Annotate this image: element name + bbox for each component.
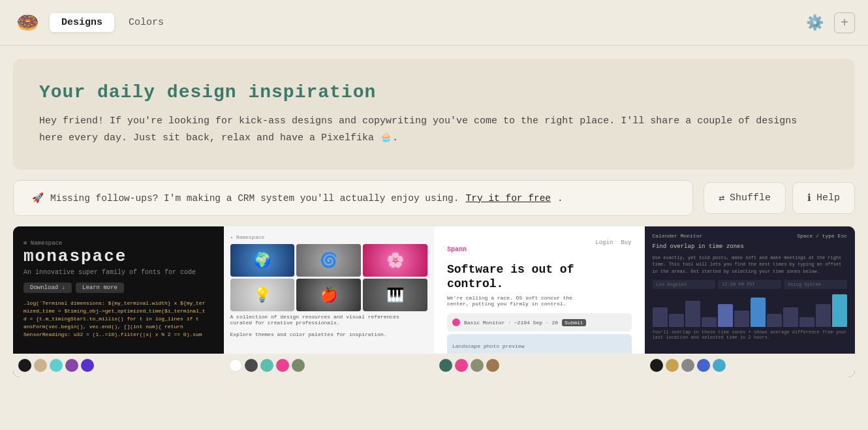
swatch[interactable] [486,359,499,372]
card3-nav: Login Buy [595,239,631,246]
nav-tabs: Designs Colors [50,13,176,32]
card-monaspace[interactable]: ⊕ Namespace monaspace An innovative supe… [13,226,224,377]
swatch[interactable] [34,359,47,372]
card4-swatches [645,354,856,377]
swatch[interactable] [245,359,258,372]
swatch[interactable] [81,359,94,372]
card4-header: Calender Monitor Space / type Esc [653,233,848,239]
swatch[interactable] [18,359,31,372]
swatch[interactable] [471,359,484,372]
card2-description: A collection of design resources and vis… [230,314,428,337]
card1-learn[interactable]: Learn more [76,283,124,293]
card3-swatches [434,354,645,377]
swatch[interactable] [681,359,694,372]
swatch[interactable] [697,359,710,372]
swatch[interactable] [276,359,289,372]
card1-title: monaspace [23,247,213,266]
card2-images: 🌍 🌀 🌸 💡 🍎 🎹 [230,244,428,311]
header-actions: ⚙️ + [803,11,855,35]
banner-text: Missing follow-ups? I'm making a CRM sys… [50,193,459,204]
help-icon: ℹ [807,192,811,204]
image-apple: 🍎 [296,279,361,311]
swatch[interactable] [650,359,663,372]
cards-grid: ⊕ Namespace monaspace An innovative supe… [13,226,855,377]
card-spann[interactable]: Spann Login Buy Software is out of contr… [434,226,645,377]
image-earth: 🌍 [230,244,295,277]
banner: 🚀 Missing follow-ups? I'm making a CRM s… [13,180,855,216]
settings-icon: ⚙️ [806,14,824,31]
card3-image-preview: Landscape photo preview [447,334,632,354]
image-light: 💡 [230,279,295,311]
swatch[interactable] [439,359,452,372]
swatch[interactable] [713,359,726,372]
swatch[interactable] [65,359,78,372]
image-spiral: 🌀 [296,244,361,277]
tab-colors[interactable]: Colors [117,13,176,32]
image-piano: 🎹 [363,279,427,311]
card3-screenshot: Spann Login Buy Software is out of contr… [434,226,645,354]
add-button[interactable]: + [834,12,855,33]
image-pink: 🌸 [363,244,427,277]
card4-body: Find overlap in time zones Use exactly, … [653,243,848,275]
banner-suffix: . [557,193,563,204]
card3-headline: Software is out of control. [447,263,591,291]
plus-icon: + [841,15,848,30]
swatch[interactable] [229,359,242,372]
shuffle-icon: ⇄ [719,192,724,204]
card3-preview: Basic Monitor · ~2194 Sep · 20 Submit [447,313,632,331]
swatch[interactable] [666,359,679,372]
card1-subtitle: An innovative super family of fonts for … [23,269,213,276]
help-button[interactable]: ℹ Help [792,182,855,214]
card3-subtext: We're calling a race. OS soft concur the… [447,295,591,307]
logo[interactable]: 🍩 [13,8,42,37]
swatch[interactable] [455,359,468,372]
card1-screenshot: ⊕ Namespace monaspace An innovative supe… [13,226,224,354]
shuffle-button[interactable]: ⇄ Shuffle [704,182,786,214]
settings-button[interactable]: ⚙️ [803,11,826,35]
hero-section: Your daily design inspiration Hey friend… [13,59,855,170]
card2-swatches [224,354,435,377]
card2-screenshot: • Namespace 🌍 🌀 🌸 💡 🍎 🎹 A collection of … [224,226,435,354]
card4-chart [653,294,848,327]
card1-download[interactable]: Download ↓ [23,283,72,293]
card-imagegrid[interactable]: • Namespace 🌍 🌀 🌸 💡 🍎 🎹 A collection of … [224,226,435,377]
card4-screenshot: Calender Monitor Space / type Esc Find o… [645,226,856,354]
banner-right: ⇄ Shuffle ℹ Help [704,182,855,214]
banner-left: 🚀 Missing follow-ups? I'm making a CRM s… [13,180,693,216]
card4-selectors: Los Angeles 12:00 PM PST Using System [653,280,848,289]
rocket-icon: 🚀 [32,192,44,204]
card4-caption: You'll overlap in those time zones + sho… [653,330,848,340]
swatch[interactable] [50,359,63,372]
card2-label: • Namespace [230,234,428,240]
card1-code: .log(`Terminal dimensions: ${my_terminal… [23,299,213,339]
card1-cta: Download ↓ Learn more [23,283,213,293]
banner-link[interactable]: Try it for free [466,193,551,204]
card1-swatches [13,354,224,377]
swatch[interactable] [260,359,273,372]
tab-designs[interactable]: Designs [50,13,114,32]
card3-logo: Spann [447,246,467,253]
hero-title: Your daily design inspiration [39,82,829,102]
hero-body: Hey friend! If you're looking for kick-a… [39,113,822,146]
app-header: 🍩 Designs Colors ⚙️ + [0,0,868,46]
card-calendar[interactable]: Calender Monitor Space / type Esc Find o… [645,226,856,377]
swatch[interactable] [292,359,305,372]
